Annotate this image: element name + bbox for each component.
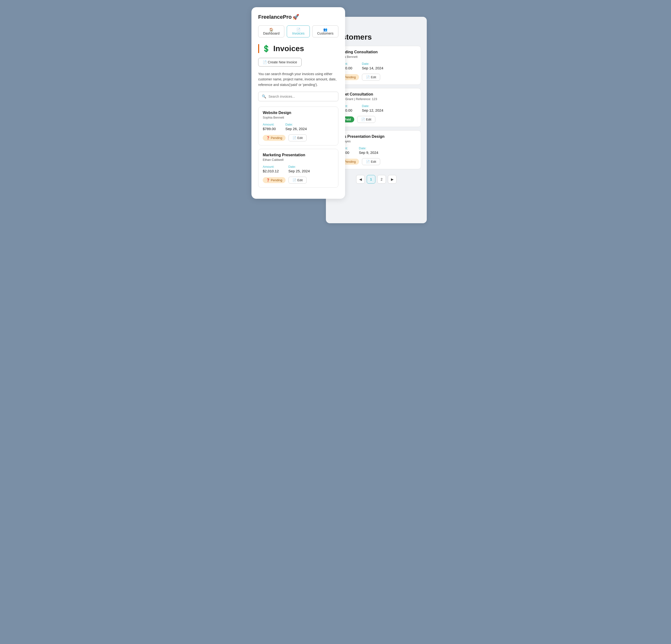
invoice-actions: ✅ Paid 📄 Edit xyxy=(336,116,416,123)
pagination-prev-button[interactable]: ◀ xyxy=(356,175,365,184)
invoice-amount-field: Amount: $789.00 xyxy=(263,123,276,131)
invoice-title: Marketing Presentation xyxy=(263,153,334,157)
invoice-card: Marketing Presentation Ethan Caldwell Am… xyxy=(258,149,338,188)
date-value: Sep 25, 2024 xyxy=(289,169,310,173)
search-input[interactable] xyxy=(268,94,335,99)
date-label: Date: xyxy=(359,146,378,150)
edit-button[interactable]: 📄 Edit xyxy=(362,74,380,81)
logo: FreelancePro 🚀 xyxy=(258,14,338,20)
date-label: Date: xyxy=(362,62,383,65)
invoice-title: Website Design xyxy=(263,111,334,115)
logo-text: FreelancePro xyxy=(258,14,292,20)
create-invoice-button[interactable]: 📄 Create New Invoice xyxy=(258,58,302,66)
invoice-date-field: Date: Sep 26, 2024 xyxy=(285,123,307,131)
date-label: Date: xyxy=(289,165,310,168)
scene: Customers Branding Consultation Sophia B… xyxy=(251,7,420,199)
invoice-title: Sales Presentation Design xyxy=(336,134,416,139)
nav-bar: 🏠 Dashboard 📄 Invoices 👥 Customers xyxy=(258,25,338,37)
pagination-page2-button[interactable]: 2 xyxy=(377,175,386,184)
invoice-actions: ❓ Pending 📄 Edit xyxy=(263,177,334,184)
page-title-area: 💲 Invoices xyxy=(258,44,338,53)
edit-button[interactable]: 📄 Edit xyxy=(289,177,307,184)
left-invoice-list: Website Design Sophia Bennett Amount: $7… xyxy=(258,106,338,188)
nav-customers-button[interactable]: 👥 Customers xyxy=(312,25,338,37)
date-value: Sep 9, 2024 xyxy=(359,151,378,155)
nav-dashboard-button[interactable]: 🏠 Dashboard xyxy=(258,25,284,37)
date-value: Sep 14, 2024 xyxy=(362,66,383,70)
date-value: Sep 12, 2024 xyxy=(362,108,383,112)
amount-value: $789.00 xyxy=(263,127,276,131)
invoice-subtitle: Ethan Caldwell xyxy=(263,158,334,162)
invoice-meta-row: Amount: $789.00 Date: Sep 26, 2024 xyxy=(263,123,334,131)
date-label: Date: xyxy=(362,104,383,108)
invoice-date-field: Date: Sep 9, 2024 xyxy=(359,146,378,155)
invoice-subtitle: Lucas Grant | Reference: 123 xyxy=(336,97,416,101)
page-title: Invoices xyxy=(273,44,304,53)
invoice-subtitle: Lily Hayes xyxy=(336,140,416,143)
left-panel: FreelancePro 🚀 🏠 Dashboard 📄 Invoices 👥 … xyxy=(251,7,345,199)
invoice-actions: ❓ Pending 📄 Edit xyxy=(336,74,416,81)
invoice-meta-row: Amount: $1,400.00 Date: Sep 14, 2024 xyxy=(336,62,416,70)
amount-label: Amount: xyxy=(263,123,276,126)
invoice-amount-field: Amount: $2,010.12 xyxy=(263,165,279,173)
edit-button[interactable]: 📄 Edit xyxy=(289,134,307,141)
invoice-title: Branding Consultation xyxy=(336,50,416,54)
pagination-next-button[interactable]: ▶ xyxy=(388,175,396,184)
search-icon: 🔍 xyxy=(262,94,266,99)
invoice-actions: ❓ Pending 📄 Edit xyxy=(263,134,334,141)
invoice-subtitle: Sophia Bennett xyxy=(263,116,334,119)
amount-value: $2,010.12 xyxy=(263,169,279,173)
edit-button[interactable]: 📄 Edit xyxy=(362,158,380,165)
invoice-meta-row: Amount: $500.00 Date: Sep 9, 2024 xyxy=(336,146,416,155)
page-icon: 💲 xyxy=(262,44,270,53)
logo-emoji: 🚀 xyxy=(292,14,299,20)
invoice-card: Website Design Sophia Bennett Amount: $7… xyxy=(258,106,338,145)
invoice-meta-row: Amount: $5,000.00 Date: Sep 12, 2024 xyxy=(336,104,416,113)
pagination-page1-button[interactable]: 1 xyxy=(367,175,375,184)
invoice-meta-row: Amount: $2,010.12 Date: Sep 25, 2024 xyxy=(263,165,334,173)
helper-text: You can search through your invoices usi… xyxy=(258,71,338,87)
invoice-actions: ❓ Pending 📄 Edit xyxy=(336,158,416,165)
search-box: 🔍 xyxy=(258,92,338,101)
amount-label: Amount: xyxy=(263,165,279,168)
edit-button[interactable]: 📄 Edit xyxy=(357,116,375,123)
invoice-date-field: Date: Sep 14, 2024 xyxy=(362,62,383,70)
invoice-date-field: Date: Sep 12, 2024 xyxy=(362,104,383,113)
nav-invoices-button[interactable]: 📄 Invoices xyxy=(287,25,310,37)
invoice-date-field: Date: Sep 25, 2024 xyxy=(289,165,310,173)
status-badge-pending: ❓ Pending xyxy=(263,135,286,141)
status-badge-pending: ❓ Pending xyxy=(263,177,286,183)
date-value: Sep 26, 2024 xyxy=(285,127,307,131)
invoice-title: On Set Consultation xyxy=(336,92,416,96)
invoice-subtitle: Sophia Bennett xyxy=(336,55,416,59)
date-label: Date: xyxy=(285,123,307,126)
